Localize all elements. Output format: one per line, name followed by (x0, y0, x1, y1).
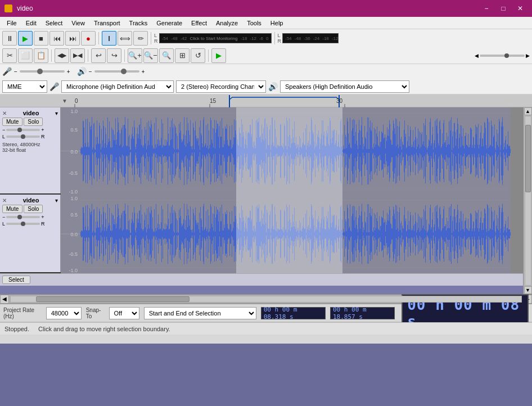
track-2-title-row: ✕ video ▾ (2, 197, 58, 204)
channels-select[interactable]: 2 (Stereo) Recording Chann (176, 80, 266, 93)
zoom-out-button[interactable]: 🔍− (143, 48, 158, 63)
track-2-dropdown[interactable]: ▾ (55, 197, 58, 204)
pan-l-label: L (2, 134, 5, 139)
track-1-dropdown[interactable]: ▾ (55, 110, 58, 116)
track-2-close[interactable]: ✕ (2, 197, 7, 204)
h-scroll-track[interactable] (10, 296, 522, 303)
pause-button[interactable]: ⏸ (2, 31, 17, 46)
vu-output-meter[interactable]: -54 -48 -36 -24 -18 -12 (282, 33, 339, 43)
scroll-up-arrow[interactable]: ▲ (524, 107, 532, 115)
gain-max-label: + (41, 127, 44, 133)
select-button[interactable]: Select (2, 276, 30, 284)
menu-tools[interactable]: Tools (242, 19, 266, 28)
host-select[interactable]: MME (2, 80, 47, 93)
window-controls: − □ ✕ (479, 3, 528, 14)
track-2-solo[interactable]: Solo (24, 205, 43, 213)
h-scroll-thumb (36, 296, 189, 302)
zoom-in-button[interactable]: 🔍+ (128, 48, 142, 63)
minimize-button[interactable]: − (479, 3, 494, 14)
play-speed-button[interactable]: ▶ (211, 48, 226, 63)
end-time-field[interactable]: 00 h 00 m 18.857 s (330, 307, 395, 319)
track-2-mute[interactable]: Mute (2, 205, 22, 213)
trim-button[interactable]: ◀▶ (55, 48, 69, 63)
cut-button[interactable]: ✂ (2, 48, 17, 63)
vol-max: + (67, 69, 70, 75)
select-tool-button[interactable]: I (102, 31, 116, 46)
close-button[interactable]: ✕ (513, 3, 528, 14)
undo-button[interactable]: ↩ (91, 48, 106, 63)
ruler-collapse[interactable]: ▼ (61, 98, 66, 104)
stop-button[interactable]: ■ (34, 31, 48, 46)
svg-text:15: 15 (210, 98, 217, 104)
out-scale-1: -54 (285, 36, 292, 41)
vertical-scrollbar[interactable]: ▲ ▼ (523, 107, 532, 294)
vu-output-label: LR (278, 33, 282, 44)
track-2-waveform[interactable] (61, 195, 523, 273)
track-1-solo[interactable]: Solo (24, 118, 43, 126)
vu-scale-left: -54 (162, 36, 169, 41)
vu-scale-r2: -12 (250, 36, 256, 41)
output-volume-slider[interactable] (94, 70, 139, 73)
paste-button[interactable]: 📋 (34, 48, 48, 63)
copy-button[interactable]: ⬜ (18, 48, 33, 63)
horizontal-scrollbar: ◀ ▶ (0, 294, 532, 303)
zoom-reset-button[interactable]: ↺ (191, 48, 205, 63)
record-button[interactable]: ● (81, 31, 96, 46)
ruler-track[interactable]: 0 15 30 (66, 95, 532, 107)
track-1-mute[interactable]: Mute (2, 118, 22, 126)
draw-tool-button[interactable]: ✏ (133, 31, 148, 46)
skip-back-button[interactable]: ⏮ (49, 31, 64, 46)
menu-generate[interactable]: Generate (152, 19, 187, 28)
envelope-tool-button[interactable]: ⟺ (118, 31, 132, 46)
out-scale-6: -12 (332, 36, 339, 41)
scroll-down-arrow[interactable]: ▼ (524, 286, 532, 294)
transport-toolbar: ⏸ ▶ ■ ⏮ ⏭ ● I ⟺ ✏ LR -54 -48 -42 Click t… (0, 29, 532, 47)
silence-button[interactable]: ▶◀ (70, 48, 85, 63)
vu-input-meter[interactable]: -54 -48 -42 Click to Start Monitoring -1… (159, 33, 272, 43)
menu-view[interactable]: View (67, 19, 89, 28)
track-1-name: video (23, 110, 39, 116)
track-2-pan-slider[interactable] (6, 223, 40, 225)
track-1-pan-slider[interactable] (6, 136, 40, 138)
skip-fwd-button[interactable]: ⏭ (65, 31, 80, 46)
scroll-left-arrow[interactable]: ◀ (0, 295, 9, 304)
speaker-device-select[interactable]: Speakers (High Definition Audio (280, 80, 409, 93)
window-title: video (17, 4, 479, 12)
menu-edit[interactable]: Edit (21, 19, 41, 28)
track-1-gain-slider[interactable] (6, 129, 40, 131)
snap-to-select[interactable]: Off On (109, 307, 139, 319)
track-1-gain-row: − + (2, 127, 58, 133)
scroll-track[interactable] (525, 116, 531, 286)
start-time-value: 00 h 00 m 08.318 s (264, 306, 323, 321)
menu-transport[interactable]: Transport (89, 19, 125, 28)
sep-edit1 (51, 49, 52, 62)
menu-select[interactable]: Select (41, 19, 67, 28)
project-rate-select[interactable]: 48000 (46, 307, 82, 319)
ruler-svg: 0 15 30 (66, 95, 532, 107)
track-1-close[interactable]: ✕ (2, 110, 7, 116)
hint-text: Click and drag to move right selection b… (38, 326, 170, 332)
menu-file[interactable]: File (2, 19, 21, 28)
mic-device-select[interactable]: Microphone (High Definition Aud (61, 80, 174, 93)
menu-tracks[interactable]: Tracks (125, 19, 152, 28)
menu-effect[interactable]: Effect (187, 19, 211, 28)
redo-button[interactable]: ↪ (107, 48, 121, 63)
start-time-field[interactable]: 00 h 00 m 08.318 s (261, 307, 326, 319)
svg-text:0: 0 (75, 98, 78, 104)
speed-max-label: ▶ (526, 53, 530, 58)
selection-mode-select[interactable]: Start and End of Selection Start and Len… (144, 307, 256, 319)
play-button[interactable]: ▶ (18, 31, 33, 46)
track-2-gain-slider[interactable] (6, 216, 40, 218)
menu-help[interactable]: Help (266, 19, 288, 28)
zoom-fit-button[interactable]: ⊞ (175, 48, 190, 63)
track-2: ✕ video ▾ Mute Solo − + L (0, 195, 523, 273)
maximize-button[interactable]: □ (496, 3, 511, 14)
menu-analyze[interactable]: Analyze (211, 19, 242, 28)
track-1-waveform[interactable] (61, 107, 523, 195)
empty-area (0, 286, 523, 294)
input-volume-slider[interactable] (20, 70, 65, 73)
zoom-sel-button[interactable]: 🔍 (159, 48, 174, 63)
menu-bar: File Edit Select View Transport Tracks G… (0, 17, 532, 29)
speed-slider[interactable] (480, 55, 525, 57)
toolbar-area: ⏸ ▶ ■ ⏮ ⏭ ● I ⟺ ✏ LR -54 -48 -42 Click t… (0, 29, 532, 95)
